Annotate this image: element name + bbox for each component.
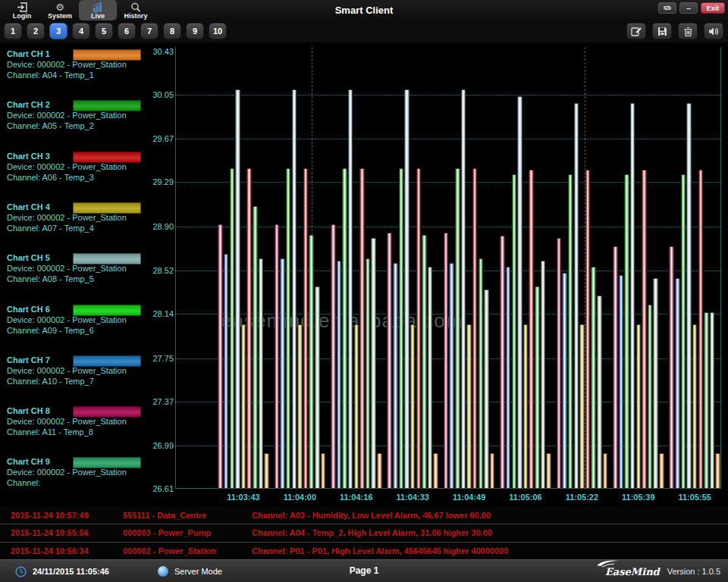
tab-page-3[interactable]: 3 [49,23,67,39]
bar-ch4 [241,324,246,490]
tab-page-9[interactable]: 9 [186,23,204,39]
x-axis-tick-label: 11:05:39 [611,493,666,502]
channel-device-label: Device: 000002 - Power_Station [7,264,127,273]
page-title: Smart Client [0,5,728,16]
bar-ch5 [461,89,466,489]
channel-device-label: Device: 000002 - Power_Station [7,213,127,222]
bar-ch2 [399,168,404,489]
version-label: Version : 1.0.5 [667,567,720,576]
bar-ch9 [371,238,376,489]
alarm-time: 2015-11-24 10:57:49 [11,511,123,520]
alarm-list: 2015-11-24 10:57:49555111 - Data_CentreC… [0,506,728,559]
bar-ch3 [246,168,252,489]
bar-ch6 [479,258,484,489]
bar-ch4 [354,324,359,490]
tab-page-4[interactable]: 4 [72,23,90,39]
bar-ch6 [648,305,653,489]
bar-ch1 [377,453,382,489]
status-bar: 24/11/2015 11:05:46 Server Mode Page 1 E… [0,559,728,582]
x-axis-tick-label: 11:04:00 [272,493,327,502]
channel-block-9[interactable]: Chart CH 9Device: 000002 - Power_Station… [0,457,148,492]
x-axis-tick-label: 11:04:33 [385,493,440,502]
tab-page-8[interactable]: 8 [163,23,181,39]
channel-legend-sidebar: Chart CH 1Device: 000002 - Power_Station… [0,42,148,506]
bar-ch4 [523,324,529,490]
bar-ch9 [259,258,264,489]
bar-group-11:04:16 [331,42,382,489]
y-axis-tick-label: 29.29 [148,177,174,186]
channel-block-8[interactable]: Chart CH 8Device: 000002 - Power_Station… [0,406,148,441]
x-axis-tick-label: 11:04:16 [329,493,384,502]
bar-ch8 [218,224,223,489]
delete-button[interactable] [678,23,698,39]
sound-button[interactable] [704,23,723,39]
bar-ch1 [659,453,664,489]
bar-ch2 [455,168,460,489]
channel-block-1[interactable]: Chart CH 1Device: 000002 - Power_Station… [0,49,148,84]
bar-ch3 [698,170,704,489]
channel-device-label: Device: 000002 - Power_Station [7,111,127,120]
alarm-time: 2015-11-24 10:56:34 [11,546,123,555]
channel-block-4[interactable]: Chart CH 4Device: 000002 - Power_Station… [0,202,148,237]
y-axis-tick-label: 30.43 [148,47,174,56]
tab-page-5[interactable]: 5 [95,23,113,39]
bar-ch2 [342,168,347,489]
tab-page-6[interactable]: 6 [118,23,136,39]
bar-ch3 [472,168,478,489]
channel-color-swatch [73,100,141,111]
bar-ch3 [585,170,591,489]
channel-color-swatch [73,49,141,61]
bar-group-11:03:43 [218,42,269,489]
channel-block-2[interactable]: Chart CH 2Device: 000002 - Power_Station… [0,100,148,135]
channel-title: Chart CH 7 [7,355,50,365]
bar-ch5 [630,103,635,489]
channel-block-3[interactable]: Chart CH 3Device: 000002 - Power_Station… [0,152,148,186]
y-axis-tick-label: 26.99 [148,441,174,450]
edit-button[interactable] [626,23,646,39]
bar-ch6 [309,235,314,489]
bar-ch6 [253,206,258,489]
bar-group-11:05:39 [613,42,664,489]
refresh-button[interactable] [658,2,676,14]
x-axis-tick-label: 11:05:55 [667,493,722,502]
channel-block-5[interactable]: Chart CH 5Device: 000002 - Power_Station… [0,253,148,288]
bar-ch8 [275,224,280,489]
tab-page-2[interactable]: 2 [27,23,45,39]
minimize-button[interactable]: – [679,2,698,14]
x-axis-tick-label: 11:05:22 [554,493,609,502]
channel-title: Chart CH 3 [7,152,50,161]
bar-ch2 [624,174,629,489]
bar-ch6 [704,312,709,489]
alarm-row[interactable]: 2015-11-24 10:56:34000002 - Power_Statio… [0,542,728,559]
bar-group-11:05:06 [500,42,551,489]
bar-ch1 [715,453,720,489]
channel-device-label: Device: 000002 - Power_Station [7,315,127,324]
channel-name-label: Channel: A11 - Temp_8 [7,427,93,436]
alarm-row[interactable]: 2015-11-24 10:55:56000003 - Power_PumpCh… [0,524,728,541]
bar-ch6 [591,267,596,489]
bar-ch4 [636,324,642,490]
window-controls: – Exit [658,2,725,14]
tab-page-7[interactable]: 7 [140,23,158,39]
tab-page-1[interactable]: 1 [4,23,22,39]
bar-ch7 [562,273,567,489]
bar-ch5 [235,89,240,489]
tab-page-10[interactable]: 10 [209,23,227,39]
alarm-row[interactable]: 2015-11-24 10:57:49555111 - Data_CentreC… [0,506,728,524]
y-axis-tick-label: 28.90 [148,222,174,231]
exit-button[interactable]: Exit [701,2,725,14]
channel-block-6[interactable]: Chart CH 6Device: 000002 - Power_Station… [0,305,148,340]
bar-ch6 [366,258,371,489]
channel-block-7[interactable]: Chart CH 7Device: 000002 - Power_Station… [0,355,148,390]
bar-ch9 [484,289,489,489]
bar-ch9 [653,278,658,489]
bar-ch3 [359,168,365,489]
x-axis-tick-label: 11:05:06 [498,493,553,502]
channel-color-swatch [73,152,141,163]
bar-ch3 [416,168,422,489]
live-bar-chart: easemind.en.alibaba.com 30.4330.0529.672… [148,42,728,506]
main-area: Chart CH 1Device: 000002 - Power_Station… [0,42,728,506]
save-button[interactable] [652,23,672,39]
alarm-device: 000002 - Power_Station [123,546,252,555]
y-axis-tick-label: 27.37 [148,397,174,406]
